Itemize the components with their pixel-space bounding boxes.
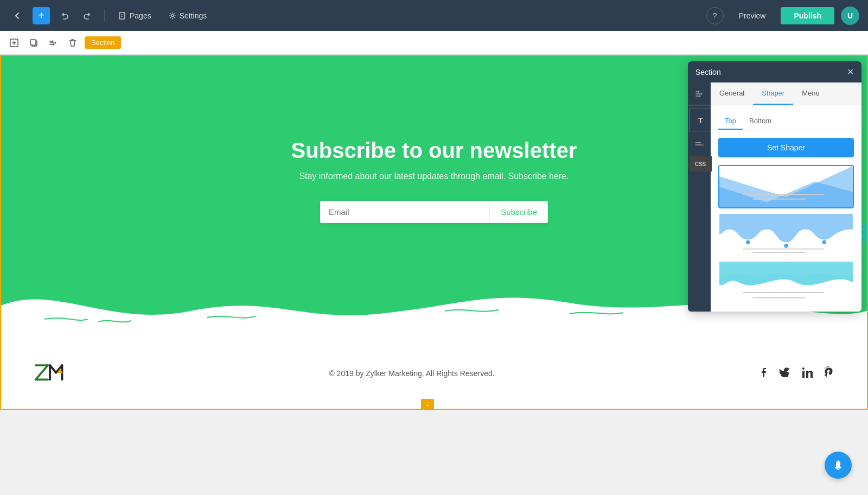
subscribe-button[interactable]: Subscribe <box>489 201 548 223</box>
panel-sub-tabs: Top Bottom <box>718 113 854 130</box>
svg-rect-4 <box>30 40 36 45</box>
svg-rect-16 <box>802 371 805 378</box>
panel-body: T CSS <box>688 105 861 312</box>
undo-button[interactable] <box>56 8 73 24</box>
svg-point-23 <box>702 144 705 147</box>
settings-button[interactable]: Settings <box>163 8 213 23</box>
newsletter-form: Subscribe <box>320 201 548 223</box>
panel-lines-icon[interactable] <box>688 132 711 155</box>
twitter-icon[interactable] <box>779 367 791 380</box>
shaper-option-2[interactable] <box>718 213 854 256</box>
back-button[interactable] <box>9 7 26 24</box>
svg-point-29 <box>784 244 788 248</box>
set-shaper-button[interactable]: Set Shaper <box>718 138 854 157</box>
help-icon: ? <box>713 11 717 20</box>
svg-point-19 <box>701 93 703 94</box>
footer-section: © 2019 by Zylker Marketing. All Rights R… <box>1 338 867 409</box>
nav-divider <box>104 9 105 22</box>
pages-button[interactable]: Pages <box>113 8 157 23</box>
publish-button[interactable]: Publish <box>781 7 834 24</box>
svg-point-28 <box>746 240 750 244</box>
shaper-option-3[interactable] <box>718 261 854 304</box>
svg-rect-0 <box>119 12 125 19</box>
newsletter-title: Subscribe to our newsletter <box>291 138 577 163</box>
settings-label: Settings <box>180 11 207 20</box>
bottom-section-toggle[interactable]: ⌄ <box>421 399 434 409</box>
panel-sub-tab-bottom[interactable]: Bottom <box>743 113 778 130</box>
svg-point-18 <box>698 91 700 92</box>
svg-point-7 <box>53 43 55 45</box>
linkedin-icon[interactable] <box>802 367 813 380</box>
add-element-button[interactable]: + <box>33 7 50 24</box>
panel-content: Top Bottom Set Shaper <box>711 105 861 312</box>
section-type-label[interactable]: Section <box>85 36 121 49</box>
panel-header: Section ✕ <box>688 61 861 82</box>
add-section-button[interactable] <box>7 35 22 50</box>
facebook-icon[interactable] <box>757 367 768 380</box>
preview-button[interactable]: Preview <box>730 7 775 24</box>
panel-css-icon[interactable]: CSS <box>689 156 712 172</box>
panel-text-icon[interactable]: T <box>689 109 712 131</box>
plus-icon: + <box>38 9 44 22</box>
section-panel: Section ✕ General <box>688 61 861 312</box>
panel-tabs-container: General Shaper Menu <box>688 82 861 105</box>
redo-button[interactable] <box>79 8 95 24</box>
panel-tab-general[interactable]: General <box>711 82 753 105</box>
footer-logo <box>34 360 66 387</box>
panel-close-button[interactable]: ✕ <box>847 67 854 77</box>
delete-section-button[interactable] <box>65 35 80 50</box>
chevron-down-icon: ⌄ <box>425 401 430 407</box>
panel-icon-sidebar: T CSS <box>688 105 711 312</box>
logo-svg <box>34 360 66 387</box>
editor-area: Section Subscribe to our newsletter Stay… <box>0 31 868 410</box>
svg-point-5 <box>52 40 54 42</box>
footer-copyright: © 2019 by Zylker Marketing. All Rights R… <box>329 369 494 378</box>
pinterest-icon[interactable] <box>824 366 834 381</box>
panel-sub-tab-top[interactable]: Top <box>718 113 743 130</box>
panel-tab-shaper[interactable]: Shaper <box>753 82 793 105</box>
svg-line-9 <box>36 365 48 379</box>
user-avatar[interactable]: U <box>841 7 859 25</box>
svg-point-30 <box>822 240 826 244</box>
help-button[interactable]: ? <box>706 7 724 24</box>
footer-social <box>757 366 834 381</box>
canvas-wrapper: Subscribe to our newsletter Stay informe… <box>0 55 868 410</box>
shaper-options <box>718 165 854 304</box>
svg-point-20 <box>699 95 701 97</box>
email-input[interactable] <box>320 201 489 223</box>
section-toolbar: Section <box>0 31 868 55</box>
svg-point-6 <box>55 42 56 43</box>
duplicate-section-button[interactable] <box>26 35 41 50</box>
panel-tab-menu[interactable]: Menu <box>793 82 828 105</box>
layout-settings-button[interactable] <box>46 35 61 50</box>
top-navbar: + Pages Settings ? Preview Publish <box>0 0 868 31</box>
panel-sidebar-settings-icon[interactable] <box>688 82 711 105</box>
svg-point-17 <box>802 367 805 370</box>
pages-label: Pages <box>130 11 151 20</box>
shaper-option-1[interactable] <box>718 165 854 208</box>
panel-title: Section <box>695 68 721 77</box>
svg-point-1 <box>171 15 174 17</box>
newsletter-subtitle: Stay informed about our latest updates t… <box>299 172 569 181</box>
